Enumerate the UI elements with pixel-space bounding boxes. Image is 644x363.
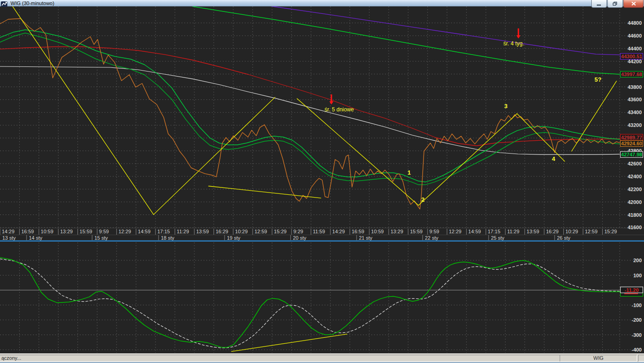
osc-tick-label: -100 [632, 302, 642, 308]
annotation-wave-2: 2 [421, 196, 424, 203]
time-tick-label: 13:59 [196, 229, 209, 234]
osc-tick-label: -400 [632, 347, 642, 352]
time-tick-label: 17:15 [157, 229, 170, 234]
window-title: WIG (30-minutowo) [11, 0, 54, 6]
value-label-box: 43997.68 [621, 72, 643, 77]
date-label: 21 sty [359, 235, 373, 241]
svg-text:42924.60: 42924.60 [621, 141, 642, 146]
annotation-wave-3: 3 [504, 103, 507, 110]
time-tick-label: 14:29 [332, 229, 345, 234]
price-tick-label: 41600 [627, 225, 642, 230]
annotation-sr-5-dniowe-label: śr. 5 dniowe [325, 106, 354, 113]
time-tick-label: 9:29 [293, 229, 303, 234]
time-tick-label: 14:59 [138, 229, 151, 234]
annotation-sr-4-tyg-label: śr. 4 tyg. [503, 40, 524, 47]
price-tick-label: 41800 [627, 212, 642, 218]
time-tick-label: 16:29 [215, 229, 228, 234]
time-tick-label: 13:29 [391, 229, 403, 234]
price-tick-label: 42000 [627, 199, 642, 205]
price-tick-label: 43600 [627, 97, 642, 102]
value-label-box: -11.20 [621, 287, 643, 293]
time-tick-label: 13:59 [527, 229, 539, 234]
osc-tick-label: -300 [632, 332, 642, 338]
status-symbol: WIG [560, 355, 637, 362]
time-tick-label: 12:29 [118, 229, 131, 234]
chart-canvas[interactable]: 4480044600444004420044000438004360043400… [0, 0, 644, 353]
svg-text:-11.20: -11.20 [625, 287, 639, 293]
status-corner [638, 355, 644, 362]
price-tick-label: 42600 [627, 161, 642, 166]
date-label: 25 sty [491, 235, 505, 241]
time-tick-label: 17:15 [488, 229, 501, 234]
time-tick-label: 9:59 [99, 229, 109, 234]
time-tick-label: 11:29 [507, 229, 519, 234]
time-tick-label: 10:59 [41, 229, 54, 234]
price-tick-label: 44800 [627, 20, 642, 26]
svg-text:42747.98: 42747.98 [621, 152, 642, 157]
date-label: 18 sty [161, 235, 175, 241]
osc-tick-label: 100 [633, 273, 642, 278]
svg-text:43997.68: 43997.68 [621, 72, 642, 77]
close-button[interactable] [623, 0, 644, 8]
price-tick-label: 44600 [627, 33, 642, 38]
date-label: 26 sty [557, 235, 571, 241]
window-controls [591, 0, 644, 8]
time-tick-label: 10:29 [566, 229, 578, 234]
time-tick-label: 10:29 [235, 229, 248, 234]
time-tick-label: 12:29 [449, 229, 462, 234]
minimize-icon [596, 2, 602, 6]
date-label: 14 sty [29, 235, 43, 241]
time-tick-label: 15:29 [604, 229, 617, 234]
time-tick-label: 11:29 [177, 229, 189, 234]
value-label-box: 42747.98 [621, 152, 643, 158]
time-tick-label: 14:29 [2, 229, 15, 234]
date-label: 20 sty [293, 235, 307, 241]
time-tick-label: 9:59 [429, 229, 439, 234]
price-tick-label: 42400 [627, 174, 642, 179]
time-tick-label: 16:29 [546, 229, 559, 234]
minimize-button[interactable] [591, 0, 607, 8]
osc-tick-label: 200 [633, 258, 642, 263]
time-tick-label: 16:59 [21, 229, 34, 234]
time-tick-label: 12:59 [585, 229, 598, 234]
osc-tick-label: -200 [632, 317, 642, 323]
price-tick-label: 43200 [627, 122, 642, 128]
time-tick-label: 15:59 [410, 229, 423, 234]
time-tick-label: 12:59 [254, 229, 267, 234]
close-icon [631, 1, 636, 6]
value-label-box: 42989.77 [621, 134, 643, 140]
value-label-box: 42924.60 [621, 141, 643, 147]
svg-text:42989.77: 42989.77 [621, 135, 642, 140]
restore-button[interactable] [607, 0, 623, 8]
time-tick-label: 14:59 [468, 229, 481, 234]
svg-text:44300.51: 44300.51 [621, 54, 642, 59]
price-tick-label: 43800 [627, 84, 642, 90]
date-label: 15 sty [94, 235, 108, 241]
date-label: 22 sty [425, 235, 439, 241]
price-tick-label: 44400 [627, 46, 642, 51]
time-tick-label: 15:59 [80, 229, 93, 234]
title-bar[interactable]: WIG (30-minutowo) [0, 0, 644, 6]
date-label: 13 sty [2, 235, 16, 241]
annotation-wave-1: 1 [407, 169, 411, 176]
status-message: ączony... [0, 355, 560, 362]
date-label: 19 sty [227, 235, 241, 241]
app-icon [1, 0, 8, 6]
restore-icon [612, 1, 618, 6]
value-label-box: 44300.51 [621, 54, 643, 60]
time-tick-label: 15:29 [274, 229, 287, 234]
time-tick-label: 11:59 [313, 229, 325, 234]
time-tick-label: 13:29 [60, 229, 73, 234]
price-tick-label: 42200 [627, 187, 642, 192]
annotation-wave-4: 4 [552, 155, 556, 162]
time-tick-label: 16:59 [352, 229, 364, 234]
price-tick-label: 43400 [627, 110, 642, 115]
time-tick-label: 10:59 [371, 229, 384, 234]
panel-separator-line [0, 241, 644, 242]
status-bar: ączony... WIG [0, 353, 644, 363]
annotation-wave-5: 5? [594, 76, 601, 83]
